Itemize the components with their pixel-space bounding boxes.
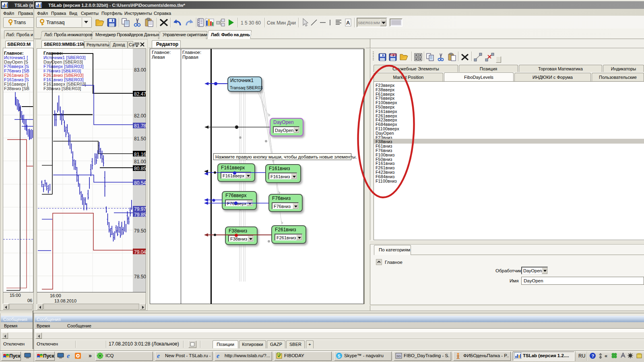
svg-text:SD: SD xyxy=(396,354,401,358)
svg-text:ABC: ABC xyxy=(390,53,397,57)
svg-text:S: S xyxy=(338,354,341,358)
svg-text:e: e xyxy=(217,352,219,359)
svg-text:?: ? xyxy=(592,354,594,358)
svg-text:e: e xyxy=(67,352,70,359)
svg-text:A: A xyxy=(346,20,350,26)
svg-text:e: e xyxy=(157,352,160,359)
